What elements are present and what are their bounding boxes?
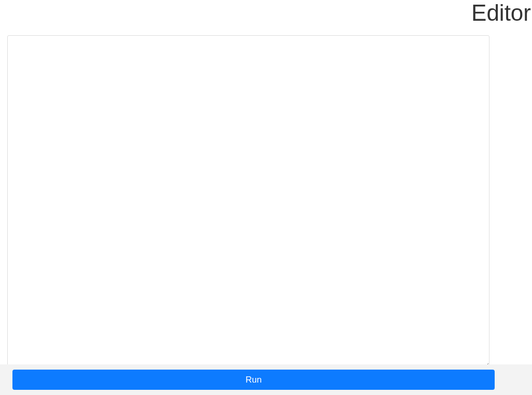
code-editor[interactable] xyxy=(7,35,489,368)
footer-bar: Run xyxy=(0,364,532,395)
editor-container xyxy=(7,35,489,370)
page-title: Editor xyxy=(471,0,532,26)
run-button[interactable]: Run xyxy=(12,370,495,390)
